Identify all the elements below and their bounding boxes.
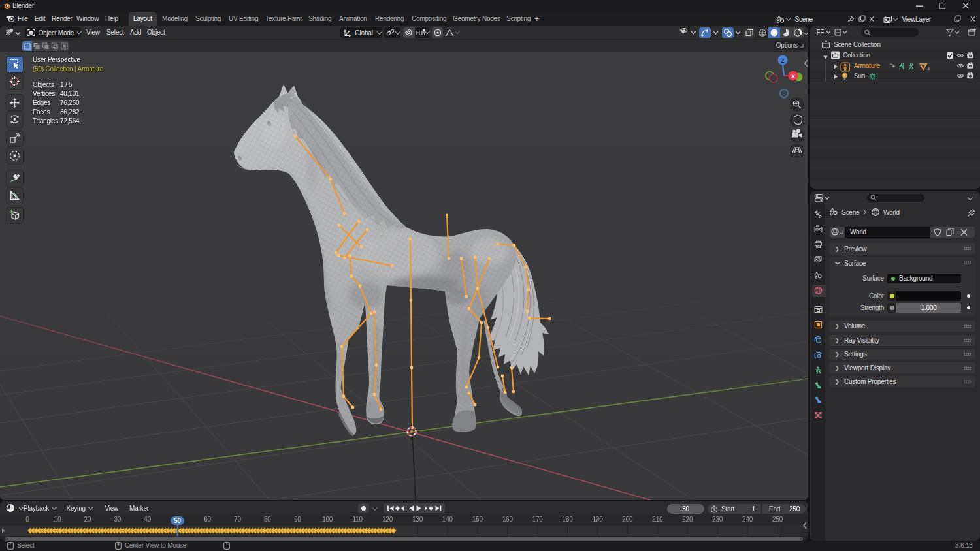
svg-text:70: 70 bbox=[234, 516, 241, 523]
svg-text:170: 170 bbox=[532, 516, 544, 523]
svg-text:10: 10 bbox=[54, 516, 61, 523]
svg-text:250: 250 bbox=[772, 516, 783, 523]
svg-text:Z: Z bbox=[781, 57, 785, 64]
svg-text:120: 120 bbox=[382, 516, 393, 523]
svg-text:150: 150 bbox=[472, 516, 483, 523]
svg-text:130: 130 bbox=[412, 516, 423, 523]
svg-text:240: 240 bbox=[742, 516, 753, 523]
svg-text:Armature: Armature bbox=[854, 62, 880, 69]
svg-text:40: 40 bbox=[144, 516, 151, 523]
svg-text:190: 190 bbox=[592, 516, 603, 523]
svg-text:210: 210 bbox=[652, 516, 663, 523]
svg-text:Scene Collection: Scene Collection bbox=[834, 41, 881, 48]
svg-text:80: 80 bbox=[264, 516, 271, 523]
svg-text:180: 180 bbox=[563, 516, 574, 523]
svg-text:50: 50 bbox=[174, 517, 181, 524]
svg-text:140: 140 bbox=[442, 516, 453, 523]
svg-text:3: 3 bbox=[927, 66, 930, 71]
svg-text:200: 200 bbox=[622, 516, 633, 523]
svg-text:0: 0 bbox=[25, 516, 29, 523]
svg-text:Collection: Collection bbox=[843, 52, 870, 59]
svg-text:World: World bbox=[883, 209, 900, 216]
svg-text:Scene: Scene bbox=[841, 209, 860, 216]
svg-text:20: 20 bbox=[84, 516, 91, 523]
svg-text:110: 110 bbox=[352, 516, 363, 523]
svg-text:230: 230 bbox=[712, 516, 723, 523]
svg-text:100: 100 bbox=[322, 516, 333, 523]
svg-text:160: 160 bbox=[502, 516, 514, 523]
svg-text:Sun: Sun bbox=[854, 72, 865, 80]
svg-text:30: 30 bbox=[114, 516, 121, 523]
svg-text:60: 60 bbox=[204, 516, 211, 523]
svg-text:90: 90 bbox=[294, 516, 301, 523]
svg-text:X: X bbox=[791, 73, 795, 80]
svg-text:220: 220 bbox=[682, 516, 693, 523]
